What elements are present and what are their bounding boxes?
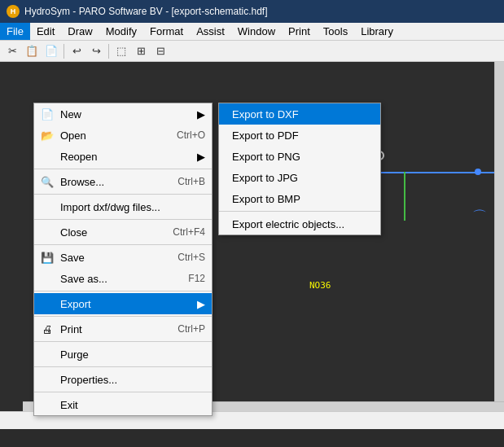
sep-7 (34, 341, 212, 342)
menu-export[interactable]: Export ▶ (34, 293, 212, 314)
toolbar-btn-cut[interactable]: ✂ (3, 42, 21, 60)
app-title: HydroSym - PARO Software BV - [export-sc… (24, 6, 268, 17)
menu-item-file[interactable]: File (0, 23, 30, 40)
toolbar-btn-select[interactable]: ⬚ (112, 42, 130, 60)
menu-item-print[interactable]: Print (282, 23, 317, 40)
menu-save-as-label: Save as... (60, 273, 107, 285)
sep-5 (34, 291, 212, 291)
export-dxf-label: Export to DXF (232, 108, 299, 121)
toolbar-btn-copy[interactable]: 📋 (23, 42, 41, 60)
menu-print-shortcut: Ctrl+P (161, 323, 205, 335)
toolbar-sep-1 (64, 44, 64, 59)
menu-item-format[interactable]: Format (143, 23, 190, 40)
main-area: ↖ ✏ ╱ □ ○ T ⊕ ⟷ ⊕ ✋ ▩ B1 G3/8" ⌒ NO36 (0, 62, 504, 429)
toolbar-btn-undo[interactable]: ↩ (68, 42, 85, 60)
menu-import[interactable]: Import dxf/dwg files... (34, 196, 212, 217)
export-png-label: Export to PNG (232, 151, 300, 163)
menu-export-label: Export (60, 298, 91, 310)
sep-8 (34, 366, 212, 367)
toolbar-btn-redo[interactable]: ↪ (87, 42, 105, 60)
export-pdf[interactable]: Export to PDF (219, 125, 380, 146)
new-arrow: ▶ (189, 108, 205, 121)
schematic-line-v2 (404, 172, 405, 221)
sep-4 (34, 244, 212, 245)
schematic-label-no36: NO36 (309, 280, 331, 291)
export-jpg-label: Export to JPG (232, 172, 298, 184)
menu-item-edit[interactable]: Edit (30, 23, 61, 40)
menu-save-shortcut: Ctrl+S (161, 252, 205, 263)
menu-browse[interactable]: 🔍 Browse... Ctrl+B (34, 171, 212, 192)
toolbar-btn-grid[interactable]: ⊞ (132, 42, 150, 60)
open-icon: 📂 (37, 129, 57, 142)
menu-properties[interactable]: Properties... (34, 369, 212, 390)
toolbar-sep-2 (108, 44, 109, 59)
menu-new-label: New (60, 108, 81, 121)
vscroll[interactable] (494, 62, 504, 401)
browse-icon: 🔍 (37, 176, 57, 188)
sep-6 (34, 316, 212, 317)
menu-save[interactable]: 💾 Save Ctrl+S (34, 247, 212, 268)
menu-open-label: Open (60, 129, 86, 142)
export-bmp-label: Export to BMP (232, 193, 300, 205)
menu-purge-label: Purge (60, 348, 89, 361)
export-submenu[interactable]: Export to DXF Export to PDF Export to PN… (218, 103, 381, 235)
menu-exit-label: Exit (60, 399, 78, 411)
menu-bar: File Edit Draw Modify Format Assist Wind… (0, 23, 504, 41)
title-bar: H HydroSym - PARO Software BV - [export-… (0, 0, 504, 23)
menu-properties-label: Properties... (60, 374, 117, 386)
export-sep (219, 211, 380, 212)
menu-item-tools[interactable]: Tools (317, 23, 354, 40)
sep-3 (34, 219, 212, 220)
menu-purge[interactable]: Purge (34, 344, 212, 365)
file-menu-dropdown[interactable]: 📄 New ▶ 📂 Open Ctrl+O Reopen ▶ 🔍 Browse.… (33, 103, 213, 416)
app-icon: H (7, 5, 20, 18)
sep-2 (34, 194, 212, 195)
menu-save-label: Save (60, 252, 85, 264)
menu-import-label: Import dxf/dwg files... (60, 201, 160, 213)
export-electric[interactable]: Export electric objects... (219, 213, 380, 234)
export-electric-label: Export electric objects... (232, 218, 344, 230)
menu-item-draw[interactable]: Draw (61, 23, 99, 40)
menu-item-assist[interactable]: Assist (190, 23, 231, 40)
menu-browse-shortcut: Ctrl+B (161, 176, 205, 187)
sep-9 (34, 392, 212, 392)
sep-1 (34, 169, 212, 169)
menu-item-modify[interactable]: Modify (99, 23, 143, 40)
export-jpg[interactable]: Export to JPG (219, 167, 380, 188)
menu-save-as-shortcut: F12 (172, 273, 205, 284)
menu-close-label: Close (60, 226, 87, 239)
toolbar-btn-snap[interactable]: ⊟ (151, 42, 169, 60)
menu-open-shortcut: Ctrl+O (160, 129, 205, 141)
menu-item-library[interactable]: Library (354, 23, 400, 40)
export-arrow: ▶ (189, 298, 205, 310)
toolbar: ✂ 📋 📄 ↩ ↪ ⬚ ⊞ ⊟ (0, 41, 504, 62)
toolbar-btn-paste[interactable]: 📄 (42, 42, 60, 60)
reopen-arrow: ▶ (189, 151, 205, 163)
menu-exit[interactable]: Exit (34, 394, 212, 415)
menu-browse-label: Browse... (60, 176, 104, 188)
menu-reopen-label: Reopen (60, 151, 98, 163)
menu-close-shortcut: Ctrl+F4 (156, 226, 205, 238)
print-icon: 🖨 (37, 323, 57, 335)
menu-save-as[interactable]: Save as... F12 (34, 268, 212, 289)
schematic-dot-1 (475, 169, 481, 175)
menu-item-window[interactable]: Window (231, 23, 282, 40)
export-pdf-label: Export to PDF (232, 129, 299, 142)
export-dxf[interactable]: Export to DXF (219, 103, 380, 125)
menu-reopen[interactable]: Reopen ▶ (34, 146, 212, 167)
save-icon: 💾 (37, 252, 57, 264)
menu-open[interactable]: 📂 Open Ctrl+O (34, 125, 212, 146)
export-png[interactable]: Export to PNG (219, 146, 380, 167)
menu-new[interactable]: 📄 New ▶ (34, 103, 212, 125)
new-icon: 📄 (37, 108, 57, 121)
export-bmp[interactable]: Export to BMP (219, 188, 380, 209)
menu-print-label: Print (60, 323, 82, 335)
schematic-symbol-1: ⌒ (472, 207, 487, 226)
menu-close[interactable]: Close Ctrl+F4 (34, 221, 212, 243)
menu-print[interactable]: 🖨 Print Ctrl+P (34, 318, 212, 340)
